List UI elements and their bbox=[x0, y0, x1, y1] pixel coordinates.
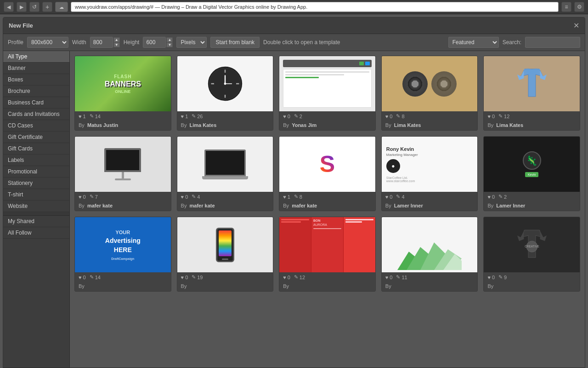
template-thumbnail bbox=[484, 56, 580, 111]
template-card[interactable]: FLASH BANNERS ONLINE ♥ 1 ✎ 14 By Matus J… bbox=[74, 56, 171, 131]
template-card[interactable]: Rony Kevin Marketing Manager ● StarCoffe… bbox=[381, 136, 478, 211]
width-down-button[interactable]: ▼ bbox=[113, 42, 120, 47]
sidebar-item-cd-cases[interactable]: CD Cases bbox=[3, 120, 69, 132]
thumb-dark-card-img: 🦎 Kevin bbox=[484, 137, 580, 192]
sidebar-item-gift-cards[interactable]: Gift Cards bbox=[3, 143, 69, 155]
forward-button[interactable]: ▶ bbox=[17, 2, 27, 12]
edits-stat: ✎ 7 bbox=[90, 194, 98, 200]
template-meta: ♥ 0 ✎ 9 bbox=[484, 272, 580, 282]
thumb-ui-img bbox=[279, 56, 375, 111]
svg-marker-19 bbox=[517, 230, 525, 241]
sidebar-item-business-card[interactable]: Business Card bbox=[3, 97, 69, 109]
width-input[interactable] bbox=[90, 37, 113, 48]
width-up-button[interactable]: ▲ bbox=[113, 37, 120, 42]
template-card[interactable]: ♥ 0 ✎ 4 By mafer kate bbox=[177, 136, 274, 211]
sidebar-divider bbox=[3, 212, 69, 216]
dark-card-content: 🦎 Kevin bbox=[523, 151, 541, 177]
template-author: By mafer kate bbox=[75, 201, 171, 211]
height-stepper: ▲ ▼ bbox=[143, 37, 173, 48]
template-meta: ♥ 1 ✎ 26 bbox=[177, 111, 273, 121]
template-card[interactable]: ♥ 0 ✎ 12 By Lima Kates bbox=[483, 56, 580, 131]
sidebar-item-promotional[interactable]: Promotional bbox=[3, 166, 69, 178]
sidebar-item-gift-certificate[interactable]: Gift Certificate bbox=[3, 132, 69, 143]
template-card[interactable]: BON AURORA ♥ 0 ✎ 12 bbox=[279, 217, 376, 292]
likes-stat: ♥ 0 bbox=[385, 194, 393, 200]
template-card[interactable]: ♥ 0 ✎ 8 By Lima Kates bbox=[381, 56, 478, 131]
template-card[interactable]: ♥ 0 ✎ 2 By Yonas Jim bbox=[279, 56, 376, 131]
edits-stat: ✎ 12 bbox=[498, 113, 509, 119]
sidebar-item-my-shared[interactable]: My Shared bbox=[3, 216, 69, 227]
likes-stat: ♥ 0 bbox=[181, 194, 188, 200]
settings-button[interactable]: ⚙ bbox=[574, 2, 584, 12]
height-input[interactable] bbox=[143, 37, 166, 48]
edits-stat: ✎ 2 bbox=[498, 194, 507, 200]
reader-button[interactable]: ≡ bbox=[561, 2, 571, 12]
template-meta: ♥ 1 ✎ 14 bbox=[75, 111, 171, 121]
new-tab-button[interactable]: + bbox=[42, 2, 52, 12]
template-thumbnail: S bbox=[279, 137, 375, 192]
template-thumbnail: YOUR Advertising HERE DraftCampaign bbox=[75, 217, 171, 272]
modal-title: New File bbox=[9, 22, 33, 29]
template-thumbnail bbox=[279, 56, 375, 111]
dark-tshirt-svg: CREATIVE bbox=[514, 226, 550, 263]
thumb-brochure-img: BON AURORA bbox=[279, 217, 375, 272]
template-card[interactable]: ♥ 0 ✎ 11 By bbox=[381, 217, 478, 292]
template-thumbnail: BON AURORA bbox=[279, 217, 375, 272]
url-bar[interactable] bbox=[71, 2, 559, 12]
featured-select[interactable]: Featured Most Recent Most Popular bbox=[448, 37, 499, 48]
sidebar-item-brochure[interactable]: Brochure bbox=[3, 86, 69, 97]
template-thumbnail bbox=[177, 137, 273, 192]
template-card[interactable]: S ♥ 1 ✎ 8 By mafer kate bbox=[279, 136, 376, 211]
sidebar-item-labels[interactable]: Labels bbox=[3, 155, 69, 166]
thumb-phone-img bbox=[177, 217, 273, 272]
template-author: By Lima Kates bbox=[177, 121, 273, 130]
back-button[interactable]: ◀ bbox=[4, 2, 14, 12]
search-input[interactable] bbox=[525, 37, 580, 48]
thumb-s-logo-img: S bbox=[279, 137, 375, 192]
edits-stat: ✎ 2 bbox=[294, 113, 302, 119]
likes-stat: ♥ 1 bbox=[181, 114, 188, 119]
content-area: FLASH BANNERS ONLINE ♥ 1 ✎ 14 By Matus J… bbox=[70, 51, 585, 368]
height-down-button[interactable]: ▼ bbox=[166, 42, 173, 47]
template-card[interactable]: 🦎 Kevin ♥ 0 ✎ 2 By Lamer Inner bbox=[483, 136, 580, 211]
template-author: By bbox=[75, 282, 171, 291]
height-up-button[interactable]: ▲ bbox=[166, 37, 173, 42]
sidebar-item-stationery[interactable]: Stationery bbox=[3, 178, 69, 189]
sidebar-item-all-type[interactable]: All Type bbox=[3, 51, 69, 63]
laptop-shape bbox=[202, 150, 248, 179]
likes-stat: ♥ 0 bbox=[79, 194, 86, 200]
sidebar-item-boxes[interactable]: Boxes bbox=[3, 74, 69, 86]
mountains-svg bbox=[397, 233, 462, 270]
template-hint: Double click to open a template bbox=[263, 39, 445, 46]
modal-close-button[interactable]: ✕ bbox=[573, 21, 579, 30]
template-thumbnail: 🦎 Kevin bbox=[484, 137, 580, 192]
template-card[interactable]: YOUR Advertising HERE DraftCampaign ♥ 0 … bbox=[74, 217, 171, 292]
sidebar-item-all-follow[interactable]: All Follow bbox=[3, 227, 69, 239]
monitor-screen bbox=[104, 148, 141, 172]
template-author: By Lamer Inner bbox=[382, 201, 478, 211]
refresh-button[interactable]: ↺ bbox=[29, 2, 40, 12]
sidebar-item-cards-invitations[interactable]: Cards and Invitations bbox=[3, 109, 69, 120]
start-blank-button[interactable]: Start from blank bbox=[210, 37, 260, 48]
svg-text:CREATIVE: CREATIVE bbox=[525, 245, 539, 248]
svg-point-8 bbox=[224, 83, 226, 85]
edits-stat: ✎ 9 bbox=[498, 274, 507, 280]
sidebar-item-website[interactable]: Website bbox=[3, 201, 69, 212]
template-meta: ♥ 0 ✎ 11 bbox=[382, 272, 478, 282]
likes-stat: ♥ 0 bbox=[79, 275, 86, 280]
svg-marker-11 bbox=[539, 69, 547, 80]
sidebar-item-banner[interactable]: Banner bbox=[3, 63, 69, 74]
profile-select[interactable]: 800x600 1024x768 1280x720 bbox=[27, 37, 68, 48]
bizcard-logo: ● bbox=[386, 159, 400, 173]
template-card[interactable]: ♥ 1 ✎ 26 By Lima Kates bbox=[177, 56, 274, 131]
template-card[interactable]: CREATIVE ♥ 0 ✎ 9 By bbox=[483, 217, 580, 292]
template-card[interactable]: ♥ 0 ✎ 7 By mafer kate bbox=[74, 136, 171, 211]
thumb-bizcard-img: Rony Kevin Marketing Manager ● StarCoffe… bbox=[382, 137, 478, 192]
dark-card-circle: 🦎 bbox=[523, 151, 541, 170]
sidebar-item-tshirt[interactable]: T-shirt bbox=[3, 189, 69, 201]
units-select[interactable]: Pixels Inches cm bbox=[176, 37, 207, 48]
template-thumbnail: FLASH BANNERS ONLINE bbox=[75, 56, 171, 111]
template-author: By bbox=[484, 282, 580, 291]
template-card[interactable]: ♥ 0 ✎ 19 By bbox=[177, 217, 274, 292]
template-thumbnail bbox=[382, 217, 478, 272]
